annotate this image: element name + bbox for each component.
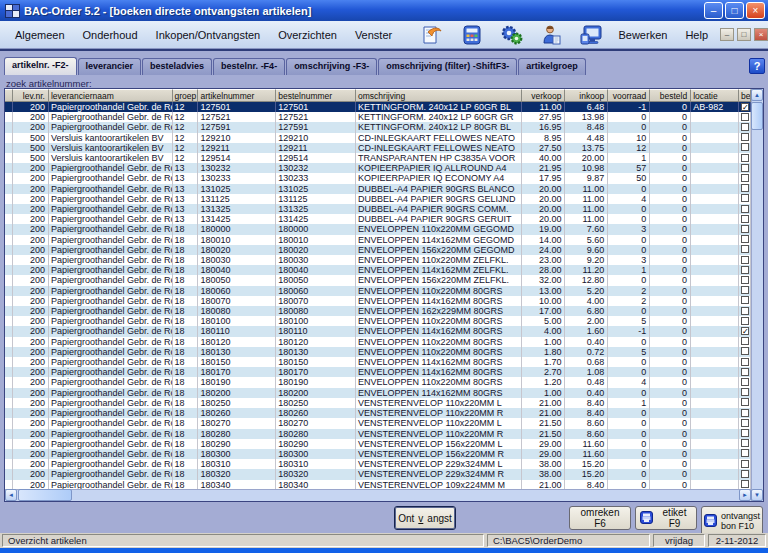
omreken-button[interactable]: omreken F6 xyxy=(569,506,631,530)
help-button[interactable]: ? xyxy=(749,58,765,74)
besteld-checkbox[interactable] xyxy=(741,286,749,294)
menu-onderhoud[interactable]: Onderhoud xyxy=(74,26,147,44)
table-row[interactable]: 200Papiergroothandel Gebr. de Rooij B121… xyxy=(5,102,751,112)
table-row[interactable]: 200Papiergroothandel Gebr. de Rooij B181… xyxy=(5,469,751,479)
maximize-button[interactable]: □ xyxy=(725,2,744,19)
table-row[interactable]: 200Papiergroothandel Gebr. de Rooij B181… xyxy=(5,296,751,306)
tab-omschrijving-filter-shiftf3-[interactable]: omschrijving (filter) -ShiftF3- xyxy=(378,58,517,75)
tab-artikelnr-f2-[interactable]: artikelnr. -F2- xyxy=(4,57,77,75)
table-row[interactable]: 200Papiergroothandel Gebr. de Rooij B131… xyxy=(5,194,751,204)
column-header-bestelnummer[interactable]: bestelnummer xyxy=(276,89,356,102)
table-row[interactable]: 200Papiergroothandel Gebr. de Rooij B181… xyxy=(5,408,751,418)
table-row[interactable]: 200Papiergroothandel Gebr. de Rooij B181… xyxy=(5,429,751,439)
column-header-lev-nr-[interactable]: lev.nr. xyxy=(13,89,49,102)
close-button[interactable]: × xyxy=(746,2,765,19)
besteld-checkbox[interactable] xyxy=(741,276,749,284)
table-row[interactable]: 200Papiergroothandel Gebr. de Rooij B181… xyxy=(5,388,751,398)
besteld-checkbox[interactable] xyxy=(741,388,749,396)
column-header-omschrijving[interactable]: omschrijving xyxy=(356,89,522,102)
besteld-checkbox[interactable] xyxy=(741,225,749,233)
scroll-right-icon[interactable]: ► xyxy=(739,489,751,501)
besteld-checkbox[interactable] xyxy=(741,337,749,345)
table-row[interactable]: 200Papiergroothandel Gebr. de Rooij B181… xyxy=(5,347,751,357)
table-row[interactable]: 200Papiergroothandel Gebr. de Rooij B121… xyxy=(5,122,751,132)
table-row[interactable]: 200Papiergroothandel Gebr. de Rooij B181… xyxy=(5,337,751,347)
besteld-checkbox[interactable] xyxy=(741,419,749,427)
besteld-checkbox[interactable] xyxy=(741,194,749,202)
scroll-left-icon[interactable]: ◄ xyxy=(5,489,17,501)
table-row[interactable]: 200Papiergroothandel Gebr. de Rooij B131… xyxy=(5,173,751,183)
table-row[interactable]: 500Versluis kantoorartikelen BV121295141… xyxy=(5,153,751,163)
column-header-be[interactable]: be xyxy=(739,89,751,102)
menu-help[interactable]: Help xyxy=(676,26,717,44)
column-header-besteld[interactable]: besteld xyxy=(650,89,691,102)
table-row[interactable]: 200Papiergroothandel Gebr. de Rooij B131… xyxy=(5,214,751,224)
table-row[interactable]: 200Papiergroothandel Gebr. de Rooij B181… xyxy=(5,275,751,285)
besteld-checkbox[interactable] xyxy=(741,460,749,468)
besteld-checkbox[interactable] xyxy=(741,123,749,131)
besteld-checkbox[interactable] xyxy=(741,143,749,151)
scroll-down-icon[interactable]: ▼ xyxy=(751,489,763,501)
besteld-checkbox[interactable] xyxy=(741,398,749,406)
table-row[interactable]: 200Papiergroothandel Gebr. de Rooij B181… xyxy=(5,439,751,449)
vertical-scroll-thumb[interactable] xyxy=(751,102,763,130)
besteld-checkbox[interactable] xyxy=(741,154,749,162)
table-row[interactable]: 200Papiergroothandel Gebr. de Rooij B181… xyxy=(5,255,751,265)
besteld-checkbox[interactable] xyxy=(741,164,749,172)
table-row[interactable]: 200Papiergroothandel Gebr. de Rooij B121… xyxy=(5,112,751,122)
table-row[interactable]: 200Papiergroothandel Gebr. de Rooij B181… xyxy=(5,326,751,336)
table-row[interactable]: 200Papiergroothandel Gebr. de Rooij B181… xyxy=(5,245,751,255)
document-send-icon[interactable] xyxy=(419,23,445,47)
besteld-checkbox[interactable] xyxy=(741,470,749,478)
table-row[interactable]: 200Papiergroothandel Gebr. de Rooij B181… xyxy=(5,235,751,245)
table-row[interactable]: 200Papiergroothandel Gebr. de Rooij B181… xyxy=(5,459,751,469)
column-header-artikelnummer[interactable]: artikelnummer xyxy=(198,89,276,102)
besteld-checkbox[interactable] xyxy=(741,378,749,386)
etiket-button[interactable]: etiket F9 xyxy=(635,506,697,530)
besteld-checkbox[interactable] xyxy=(741,235,749,243)
table-row[interactable]: 200Papiergroothandel Gebr. de Rooij B181… xyxy=(5,449,751,459)
table-row[interactable]: 200Papiergroothandel Gebr. de Rooij B181… xyxy=(5,316,751,326)
menu-bewerken[interactable]: Bewerken xyxy=(609,26,676,44)
column-header-marker[interactable] xyxy=(5,89,13,102)
tab-besteladvies[interactable]: besteladvies xyxy=(142,58,212,75)
menu-algemeen[interactable]: Algemeen xyxy=(6,26,74,44)
menu-inkopen-ontvangsten[interactable]: Inkopen/Ontvangsten xyxy=(147,26,270,44)
mdi-restore-button[interactable]: □ xyxy=(737,28,751,41)
ontvangst-bon-button[interactable]: ontvangst bon F10 xyxy=(701,506,763,536)
ontvangst-button[interactable]: Ontvangst xyxy=(394,506,456,530)
mdi-close-button[interactable]: × xyxy=(754,28,768,41)
besteld-checkbox[interactable] xyxy=(741,266,749,274)
besteld-checkbox[interactable]: ✓ xyxy=(741,103,749,111)
table-row[interactable]: 200Papiergroothandel Gebr. de Rooij B131… xyxy=(5,204,751,214)
besteld-checkbox[interactable] xyxy=(741,133,749,141)
tab-artikelgroep[interactable]: artikelgroep xyxy=(518,58,586,75)
besteld-checkbox[interactable]: ✓ xyxy=(741,327,749,335)
table-row[interactable]: 200Papiergroothandel Gebr. de Rooij B181… xyxy=(5,306,751,316)
column-header-voorraad[interactable]: voorraad xyxy=(608,89,650,102)
besteld-checkbox[interactable] xyxy=(741,215,749,223)
menu-overzichten[interactable]: Overzichten xyxy=(269,26,346,44)
tab-leverancier[interactable]: leverancier xyxy=(78,58,142,75)
besteld-checkbox[interactable] xyxy=(741,449,749,457)
tab-omschrijving-f3-[interactable]: omschrijving -F3- xyxy=(286,58,377,75)
menu-venster[interactable]: Venster xyxy=(346,26,401,44)
table-row[interactable]: 500Versluis kantoorartikelen BV121292101… xyxy=(5,133,751,143)
besteld-checkbox[interactable] xyxy=(741,347,749,355)
table-row[interactable]: 200Papiergroothandel Gebr. de Rooij B181… xyxy=(5,418,751,428)
user-report-icon[interactable] xyxy=(539,23,565,47)
gears-icon[interactable] xyxy=(499,23,525,47)
table-row[interactable]: 200Papiergroothandel Gebr. de Rooij B181… xyxy=(5,367,751,377)
column-header-groep[interactable]: groep xyxy=(173,89,199,102)
column-header-locatie[interactable]: locatie xyxy=(691,89,739,102)
besteld-checkbox[interactable] xyxy=(741,205,749,213)
table-row[interactable]: 200Papiergroothandel Gebr. de Rooij B131… xyxy=(5,184,751,194)
besteld-checkbox[interactable] xyxy=(741,368,749,376)
table-row[interactable]: 200Papiergroothandel Gebr. de Rooij B181… xyxy=(5,377,751,387)
computer-icon[interactable] xyxy=(579,23,605,47)
besteld-checkbox[interactable] xyxy=(741,409,749,417)
besteld-checkbox[interactable] xyxy=(741,245,749,253)
besteld-checkbox[interactable] xyxy=(741,480,749,488)
table-row[interactable]: 200Papiergroothandel Gebr. de Rooij B181… xyxy=(5,398,751,408)
column-header-verkoop[interactable]: verkoop xyxy=(522,89,566,102)
